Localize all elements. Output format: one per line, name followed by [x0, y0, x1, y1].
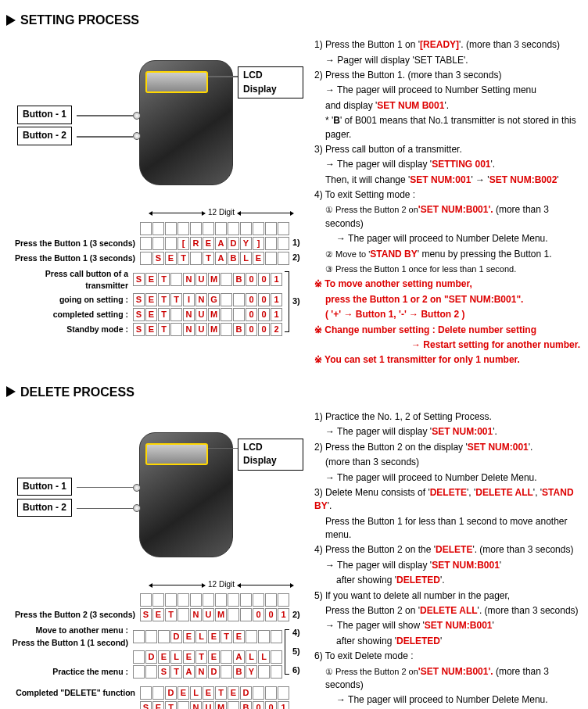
lcd-cell — [158, 630, 170, 643]
lcd-display-label: LCD Display — [238, 439, 303, 471]
button-1-label: Button - 1 — [17, 106, 72, 124]
lcd-cell — [133, 630, 145, 643]
lcd-cell — [190, 252, 202, 265]
lcd-cell: E — [177, 686, 189, 700]
lcd-cell: 2 — [271, 323, 282, 336]
lcd-cell: A — [233, 650, 245, 664]
lcd-cell — [220, 665, 232, 679]
lcd-cell: E — [152, 701, 164, 709]
lcd-cell: B — [240, 701, 252, 709]
lcd-cell — [265, 593, 277, 607]
lcd-cell — [170, 323, 182, 336]
lcd-cell: T — [158, 323, 170, 336]
lcd-cell: L — [190, 686, 202, 700]
lcd-cell: B — [233, 323, 245, 336]
lcd-cell: E — [158, 650, 170, 664]
lcd-cell: D — [170, 630, 182, 643]
lcd-cell — [170, 273, 182, 286]
lcd-cell — [271, 630, 282, 643]
lcd-cell: 0 — [253, 608, 264, 621]
lcd-cell — [278, 222, 289, 235]
lcd-cell: E — [208, 630, 220, 643]
pager-button-2-dot — [133, 504, 141, 512]
lcd-cell — [190, 222, 202, 235]
lcd-cell: E — [183, 630, 195, 643]
lcd-cell: S — [140, 608, 152, 621]
lcd-cell — [215, 593, 227, 607]
lcd-cell: U — [195, 323, 207, 336]
lcd-cell — [228, 701, 239, 709]
lcd-cell: T — [170, 293, 182, 306]
lcd-cell: A — [183, 665, 195, 679]
lcd-cell — [145, 665, 157, 679]
pager-diagram: LCD Display Button - 1 Button - 2 — [6, 37, 303, 193]
lcd-row-1: Press the Button 1 (3 seconds) [READY] 1… — [6, 237, 303, 250]
lcd-cell: N — [183, 308, 195, 321]
lcd-cell: N — [190, 701, 202, 709]
lcd-row-d3: DELETEALL — [6, 650, 282, 664]
lcd-cell — [165, 593, 177, 607]
pager-screen — [145, 71, 208, 93]
button-1-label: Button - 1 — [17, 478, 72, 496]
lcd-cell — [253, 222, 264, 235]
lcd-cell — [140, 593, 152, 607]
lcd-cell — [271, 665, 282, 679]
lcd-cell: L — [240, 252, 252, 265]
lcd-cell — [278, 686, 289, 700]
lcd-cell: T — [177, 252, 189, 265]
lcd-cell — [177, 608, 189, 621]
lcd-cell: E — [228, 686, 239, 700]
lcd-cell: E — [165, 252, 177, 265]
lcd-cell — [215, 222, 227, 235]
lcd-cell — [220, 650, 232, 664]
lcd-cell: N — [195, 665, 207, 679]
lcd-row-d5: Completed "DELETE" function DELETED — [6, 686, 303, 700]
lcd-cell: E — [145, 293, 157, 306]
lcd-cell: D — [208, 665, 220, 679]
pager-diagram: LCD Display Button - 1 Button - 2 — [6, 409, 303, 565]
lcd-cell — [203, 593, 214, 607]
lcd-cell — [278, 252, 289, 265]
lcd-cell: T — [203, 252, 214, 265]
lcd-cell: 0 — [265, 701, 277, 709]
lcd-cell — [265, 237, 277, 250]
lcd-cell — [165, 222, 177, 235]
section-title: SETTING PROCESS — [20, 11, 139, 29]
lcd-cell: L — [195, 630, 207, 643]
lcd-cell — [220, 323, 232, 336]
pager-screen — [145, 443, 208, 465]
lcd-cell: T — [165, 701, 177, 709]
lcd-cell: ] — [253, 237, 264, 250]
lcd-cell — [140, 686, 152, 700]
lcd-cell — [140, 222, 152, 235]
lcd-cell: U — [203, 701, 214, 709]
lcd-display-label: LCD Display — [238, 66, 303, 98]
lcd-row-5: completed setting : SETNUM001 — [6, 308, 282, 321]
lcd-cell: A — [215, 252, 227, 265]
lcd-cell — [233, 308, 245, 321]
lcd-cell: R — [190, 237, 202, 250]
lcd-cell: E — [233, 630, 245, 643]
lead-line — [208, 76, 238, 77]
lcd-cell: 0 — [265, 608, 277, 621]
setting-left-column: LCD Display Button - 1 Button - 2 12 Dig… — [6, 37, 303, 369]
lcd-cell — [203, 222, 214, 235]
lcd-cell: Y — [240, 237, 252, 250]
lcd-cell — [177, 593, 189, 607]
lcd-cell — [152, 593, 164, 607]
lead-line — [77, 508, 133, 510]
lcd-cell: T — [158, 273, 170, 286]
lcd-cell — [228, 222, 239, 235]
lead-line — [77, 115, 133, 116]
lcd-cell: 1 — [271, 273, 282, 286]
lcd-cell: E — [183, 650, 195, 664]
lcd-cell — [170, 308, 182, 321]
lcd-cell: U — [195, 308, 207, 321]
lcd-cell: S — [133, 293, 145, 306]
lead-line — [77, 136, 133, 138]
lcd-cell: D — [240, 686, 252, 700]
lcd-cell — [228, 593, 239, 607]
lcd-cell — [253, 686, 264, 700]
lcd-cell: N — [190, 608, 202, 621]
lcd-cell: U — [203, 608, 214, 621]
